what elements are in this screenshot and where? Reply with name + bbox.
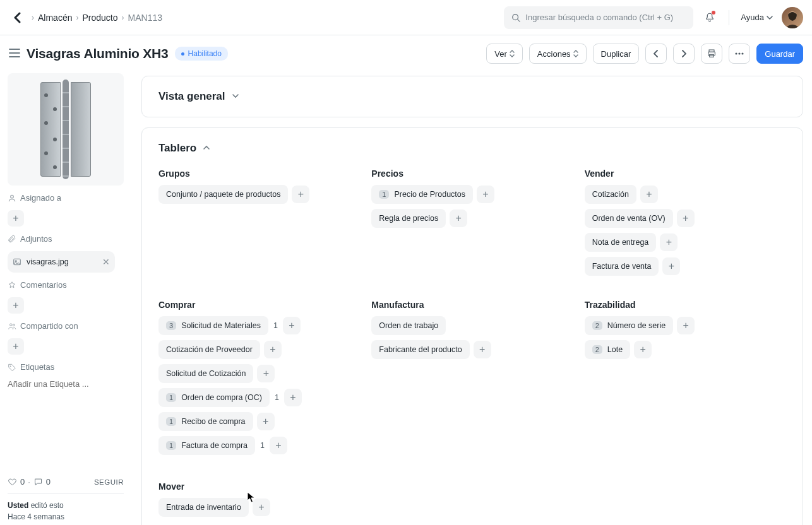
more-button[interactable] bbox=[729, 44, 750, 64]
add-button[interactable]: + bbox=[257, 365, 275, 382]
hinge-icon bbox=[40, 82, 91, 177]
remove-attachment-button[interactable]: ✕ bbox=[102, 257, 110, 267]
add-button[interactable]: + bbox=[474, 341, 491, 358]
add-button[interactable]: + bbox=[477, 186, 494, 203]
section-mover: Mover Entrada de inventario+ bbox=[158, 481, 360, 517]
breadcrumb-l3[interactable]: MAN113 bbox=[128, 13, 162, 23]
svg-rect-8 bbox=[710, 54, 714, 57]
search-input[interactable] bbox=[525, 13, 686, 22]
comments-label: Comentarios bbox=[8, 280, 124, 290]
add-button[interactable]: + bbox=[640, 186, 658, 203]
add-button[interactable]: + bbox=[264, 341, 282, 358]
pill-orden-compra[interactable]: 1Orden de compra (OC) bbox=[158, 388, 270, 407]
add-button[interactable]: + bbox=[450, 209, 467, 227]
add-share-button[interactable]: + bbox=[8, 338, 24, 355]
add-button[interactable]: + bbox=[677, 317, 695, 334]
pill-numero-serie[interactable]: 2Número de serie bbox=[585, 316, 674, 335]
svg-point-15 bbox=[10, 323, 13, 326]
save-button[interactable]: Guardar bbox=[756, 44, 803, 64]
users-icon bbox=[8, 322, 16, 331]
pill-nota-entrega[interactable]: Nota de entrega bbox=[585, 233, 657, 252]
pill-conjunto[interactable]: Conjunto / paquete de productos bbox=[158, 185, 288, 204]
pill-cotizacion-proveedor[interactable]: Cotización de Proveedor bbox=[158, 340, 260, 359]
add-button[interactable]: + bbox=[284, 389, 302, 406]
menu-icon bbox=[9, 48, 20, 58]
add-button[interactable]: + bbox=[270, 437, 287, 454]
sidebar-toggle[interactable] bbox=[9, 48, 20, 60]
ext-count: 1 bbox=[259, 441, 266, 450]
section-manufactura: Manufactura Orden de trabajo Fabricante … bbox=[371, 300, 573, 455]
help-dropdown[interactable]: Ayuda bbox=[737, 13, 777, 22]
add-button[interactable]: + bbox=[662, 257, 680, 275]
add-button[interactable]: + bbox=[257, 413, 275, 430]
edit-meta: Usted editó esto Hace 4 semanas bbox=[8, 500, 124, 522]
product-image[interactable] bbox=[8, 73, 124, 186]
print-button[interactable] bbox=[701, 44, 722, 64]
notifications-button[interactable] bbox=[698, 6, 721, 29]
collapse-button[interactable] bbox=[203, 144, 210, 153]
pill-factura-venta[interactable]: Factura de venta bbox=[585, 257, 659, 276]
content-area: Vista general Tablero Grupos bbox=[131, 72, 812, 525]
pill-precio-productos[interactable]: 1 Precio de Productos bbox=[371, 185, 473, 204]
comment-icon[interactable] bbox=[33, 477, 43, 487]
attachment-chip[interactable]: visagras.jpg ✕ bbox=[8, 251, 115, 273]
ext-count: 1 bbox=[273, 393, 280, 402]
follow-button[interactable]: SEGUIR bbox=[94, 478, 124, 486]
comments-count: 0 bbox=[46, 477, 51, 487]
chevron-left-icon bbox=[653, 50, 659, 57]
attachments-label: Adjuntos bbox=[8, 234, 124, 244]
back-button[interactable] bbox=[9, 9, 27, 27]
pill-cotizacion[interactable]: Cotización bbox=[585, 185, 636, 204]
overview-card: Vista general bbox=[141, 76, 803, 117]
add-comment-button[interactable]: + bbox=[8, 297, 24, 314]
notification-dot bbox=[712, 11, 715, 15]
add-button[interactable]: + bbox=[253, 498, 270, 516]
avatar[interactable] bbox=[782, 7, 803, 28]
add-button[interactable]: + bbox=[283, 317, 301, 334]
collapse-button[interactable] bbox=[232, 92, 239, 102]
prev-button[interactable] bbox=[645, 44, 667, 64]
add-button[interactable]: + bbox=[634, 341, 652, 358]
add-button[interactable]: + bbox=[677, 209, 695, 227]
chevron-right-icon bbox=[681, 50, 687, 57]
topbar: › Almacén › Producto › MAN113 Ayuda bbox=[0, 0, 812, 35]
breadcrumb-l2[interactable]: Producto bbox=[82, 13, 117, 23]
status-badge[interactable]: Habilitado bbox=[175, 47, 228, 61]
pill-solicitud-cotizacion[interactable]: Solicitud de Cotización bbox=[158, 364, 253, 383]
chevron-up-icon bbox=[203, 144, 210, 151]
overview-title: Vista general bbox=[158, 90, 225, 103]
tags-label: Etiquetas bbox=[8, 362, 124, 372]
pill-orden-trabajo[interactable]: Orden de trabajo bbox=[371, 316, 446, 335]
pill-solicitud-materiales[interactable]: 3Solicitud de Materiales bbox=[158, 316, 268, 335]
heart-icon[interactable] bbox=[8, 477, 17, 487]
pill-factura-compra[interactable]: 1Factura de compra bbox=[158, 436, 255, 455]
chevron-down-icon bbox=[767, 15, 773, 21]
pill-lote[interactable]: 2Lote bbox=[585, 340, 630, 359]
divider bbox=[729, 10, 729, 25]
duplicate-button[interactable]: Duplicar bbox=[593, 44, 640, 64]
header-row: Visagras Aluminio XH3 Habilitado Ver Acc… bbox=[0, 35, 812, 72]
view-dropdown[interactable]: Ver bbox=[486, 44, 523, 64]
svg-point-9 bbox=[736, 52, 737, 54]
chevron-left-icon bbox=[13, 12, 22, 23]
chevron-right-icon: › bbox=[122, 13, 124, 22]
pill-entrada-inventario[interactable]: Entrada de inventario bbox=[158, 498, 249, 517]
status-label: Habilitado bbox=[188, 49, 222, 58]
pill-regla-precios[interactable]: Regla de precios bbox=[371, 209, 446, 228]
breadcrumb: › Almacén › Producto › MAN113 bbox=[32, 13, 162, 23]
help-label: Ayuda bbox=[741, 13, 764, 22]
section-precios: Precios 1 Precio de Productos + Regla de… bbox=[371, 168, 573, 276]
pill-fabricante-producto[interactable]: Fabricante del producto bbox=[371, 340, 469, 359]
pill-orden-venta[interactable]: Orden de venta (OV) bbox=[585, 209, 673, 228]
add-button[interactable]: + bbox=[292, 186, 309, 203]
pill-recibo-compra[interactable]: 1Recibo de compra bbox=[158, 412, 253, 431]
actions-dropdown[interactable]: Acciones bbox=[529, 44, 587, 64]
search-container[interactable] bbox=[504, 6, 693, 29]
dashboard-card: Tablero Grupos Conjunto / paquete de pro… bbox=[141, 127, 803, 525]
add-assignee-button[interactable]: + bbox=[8, 210, 24, 227]
next-button[interactable] bbox=[673, 44, 695, 64]
tag-input[interactable] bbox=[8, 379, 124, 389]
dashboard-title: Tablero bbox=[158, 142, 196, 155]
breadcrumb-l1[interactable]: Almacén bbox=[38, 13, 72, 23]
add-button[interactable]: + bbox=[660, 233, 678, 251]
